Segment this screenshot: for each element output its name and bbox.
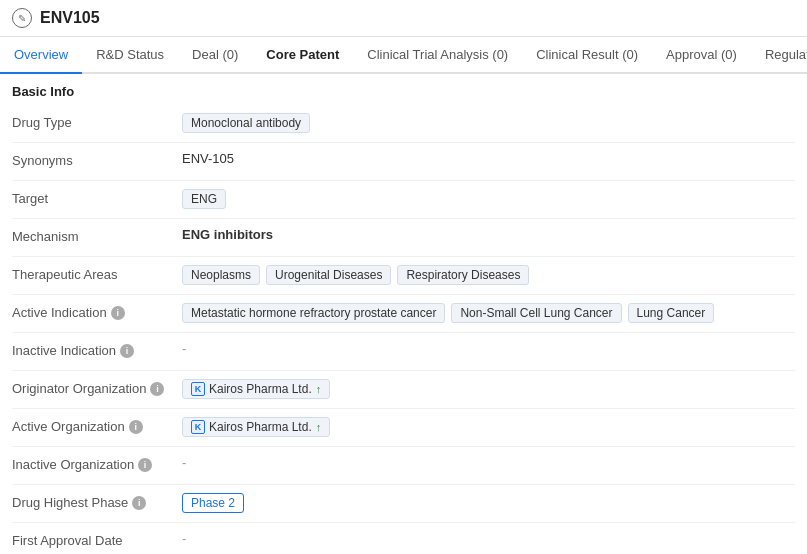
row-drug-type: Drug TypeMonoclonal antibody — [12, 105, 795, 143]
label-originator-org: Originator Organizationi — [12, 379, 182, 396]
value-dash-inactive-org: - — [182, 455, 186, 470]
tag: Neoplasms — [182, 265, 260, 285]
label-therapeutic-areas: Therapeutic Areas — [12, 265, 182, 282]
info-icon-inactive-org[interactable]: i — [138, 458, 152, 472]
value-dash-first-approval-date: - — [182, 531, 186, 546]
trend-icon: ↑ — [316, 383, 322, 395]
tag: Urogenital Diseases — [266, 265, 391, 285]
tab-clinical-trial[interactable]: Clinical Trial Analysis (0) — [353, 37, 522, 74]
info-icon-active-indication[interactable]: i — [111, 306, 125, 320]
trend-icon: ↑ — [316, 421, 322, 433]
label-synonyms: Synonyms — [12, 151, 182, 168]
tag: Respiratory Diseases — [397, 265, 529, 285]
row-drug-highest-phase: Drug Highest PhaseiPhase 2 — [12, 485, 795, 523]
info-icon-originator-org[interactable]: i — [150, 382, 164, 396]
row-inactive-indication: Inactive Indicationi- — [12, 333, 795, 371]
value-originator-org: KKairos Pharma Ltd.↑ — [182, 379, 795, 399]
tag: ENG — [182, 189, 226, 209]
value-target: ENG — [182, 189, 795, 209]
org-tag: KKairos Pharma Ltd.↑ — [182, 417, 330, 437]
org-tag: KKairos Pharma Ltd.↑ — [182, 379, 330, 399]
tab-core-patent[interactable]: Core Patent — [252, 37, 353, 74]
label-first-approval-date: First Approval Date — [12, 531, 182, 548]
row-originator-org: Originator OrganizationiKKairos Pharma L… — [12, 371, 795, 409]
row-target: TargetENG — [12, 181, 795, 219]
row-synonyms: SynonymsENV-105 — [12, 143, 795, 181]
org-icon: K — [191, 382, 205, 396]
label-target: Target — [12, 189, 182, 206]
value-active-org: KKairos Pharma Ltd.↑ — [182, 417, 795, 437]
tag: Monoclonal antibody — [182, 113, 310, 133]
value-text-synonyms: ENV-105 — [182, 151, 234, 166]
header: ✎ ENV105 — [0, 0, 807, 37]
row-active-indication: Active IndicationiMetastatic hormone ref… — [12, 295, 795, 333]
label-drug-highest-phase: Drug Highest Phasei — [12, 493, 182, 510]
org-name: Kairos Pharma Ltd. — [209, 420, 312, 434]
row-therapeutic-areas: Therapeutic AreasNeoplasmsUrogenital Dis… — [12, 257, 795, 295]
row-mechanism: MechanismENG inhibitors — [12, 219, 795, 257]
value-active-indication: Metastatic hormone refractory prostate c… — [182, 303, 795, 323]
row-inactive-org: Inactive Organizationi- — [12, 447, 795, 485]
value-inactive-indication: - — [182, 341, 795, 356]
value-dash-inactive-indication: - — [182, 341, 186, 356]
page-title: ENV105 — [40, 9, 100, 27]
edit-icon[interactable]: ✎ — [12, 8, 32, 28]
tab-bar: OverviewR&D StatusDeal (0)Core PatentCli… — [0, 37, 807, 74]
row-active-org: Active OrganizationiKKairos Pharma Ltd.↑ — [12, 409, 795, 447]
org-icon: K — [191, 420, 205, 434]
value-drug-type: Monoclonal antibody — [182, 113, 795, 133]
section-title: Basic Info — [12, 74, 795, 105]
label-inactive-indication: Inactive Indicationi — [12, 341, 182, 358]
tab-clinical-result[interactable]: Clinical Result (0) — [522, 37, 652, 74]
outline-tag-drug-highest-phase: Phase 2 — [182, 493, 244, 513]
value-therapeutic-areas: NeoplasmsUrogenital DiseasesRespiratory … — [182, 265, 795, 285]
row-first-approval-date: First Approval Date- — [12, 523, 795, 554]
value-bold-mechanism: ENG inhibitors — [182, 227, 273, 242]
tab-rd-status[interactable]: R&D Status — [82, 37, 178, 74]
label-drug-type: Drug Type — [12, 113, 182, 130]
label-active-org: Active Organizationi — [12, 417, 182, 434]
value-synonyms: ENV-105 — [182, 151, 795, 166]
value-drug-highest-phase: Phase 2 — [182, 493, 795, 513]
content-area: Basic Info Drug TypeMonoclonal antibodyS… — [0, 74, 807, 554]
tag: Metastatic hormone refractory prostate c… — [182, 303, 445, 323]
tab-deal[interactable]: Deal (0) — [178, 37, 252, 74]
value-first-approval-date: - — [182, 531, 795, 546]
value-mechanism: ENG inhibitors — [182, 227, 795, 242]
tab-regulation[interactable]: Regulation (0) — [751, 37, 807, 74]
label-inactive-org: Inactive Organizationi — [12, 455, 182, 472]
info-icon-inactive-indication[interactable]: i — [120, 344, 134, 358]
label-active-indication: Active Indicationi — [12, 303, 182, 320]
value-inactive-org: - — [182, 455, 795, 470]
tag: Non-Small Cell Lung Cancer — [451, 303, 621, 323]
tab-approval[interactable]: Approval (0) — [652, 37, 751, 74]
info-icon-active-org[interactable]: i — [129, 420, 143, 434]
label-mechanism: Mechanism — [12, 227, 182, 244]
org-name: Kairos Pharma Ltd. — [209, 382, 312, 396]
info-icon-drug-highest-phase[interactable]: i — [132, 496, 146, 510]
tab-overview[interactable]: Overview — [0, 37, 82, 74]
tag: Lung Cancer — [628, 303, 715, 323]
